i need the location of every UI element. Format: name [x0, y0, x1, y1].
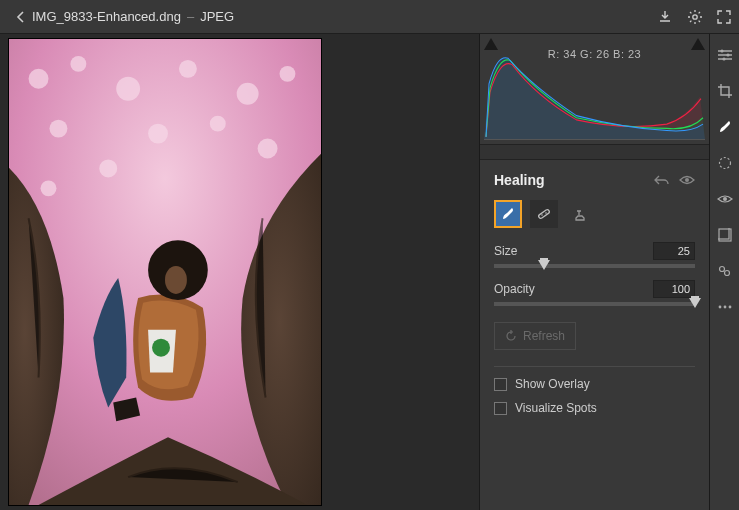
svg-rect-18 [538, 209, 550, 219]
opacity-label: Opacity [494, 282, 535, 296]
size-slider: Size 25 [494, 242, 695, 268]
svg-point-25 [723, 197, 727, 201]
size-label: Size [494, 244, 517, 258]
svg-point-32 [728, 306, 731, 309]
crop-icon[interactable] [714, 80, 736, 102]
show-overlay-checkbox[interactable] [494, 378, 507, 391]
svg-point-14 [152, 339, 170, 357]
svg-point-21 [720, 49, 723, 52]
svg-point-16 [165, 266, 187, 294]
size-track[interactable] [494, 264, 695, 268]
presets-icon[interactable] [714, 224, 736, 246]
svg-point-30 [718, 306, 721, 309]
healing-brush-button[interactable] [494, 200, 522, 228]
refresh-button[interactable]: Refresh [494, 322, 576, 350]
svg-point-3 [70, 56, 86, 72]
show-overlay-label: Show Overlay [515, 377, 590, 391]
title-separator: – [187, 9, 194, 24]
filename: IMG_9833-Enhanced.dng [32, 9, 181, 24]
visualize-spots-checkbox[interactable] [494, 402, 507, 415]
svg-point-7 [280, 66, 296, 82]
snapshots-icon[interactable] [714, 260, 736, 282]
svg-point-4 [116, 77, 140, 101]
histogram[interactable]: R: 34 G: 26 B: 23 [480, 34, 709, 144]
undo-icon[interactable] [654, 174, 669, 186]
clone-stamp-button[interactable] [566, 200, 594, 228]
fullscreen-icon[interactable] [717, 10, 731, 24]
radial-mask-icon[interactable] [714, 152, 736, 174]
opacity-slider: Opacity 100 [494, 280, 695, 306]
back-icon[interactable] [10, 11, 32, 23]
size-value[interactable]: 25 [653, 242, 695, 260]
svg-point-8 [49, 120, 67, 138]
divider [494, 366, 695, 367]
svg-point-24 [719, 158, 730, 169]
svg-point-9 [148, 124, 168, 144]
visibility-icon[interactable] [679, 174, 695, 186]
svg-point-31 [723, 306, 726, 309]
opacity-thumb[interactable] [689, 298, 701, 308]
refresh-label: Refresh [523, 329, 565, 343]
svg-point-17 [685, 178, 689, 182]
svg-point-2 [29, 69, 49, 89]
svg-point-10 [210, 116, 226, 132]
more-icon[interactable] [714, 296, 736, 318]
svg-point-11 [258, 139, 278, 159]
visualize-spots-row[interactable]: Visualize Spots [494, 401, 695, 415]
size-thumb[interactable] [538, 260, 550, 270]
side-panel: R: 34 G: 26 B: 23 Healing [479, 34, 709, 510]
gear-icon[interactable] [687, 9, 703, 25]
svg-point-5 [179, 60, 197, 78]
opacity-value[interactable]: 100 [653, 280, 695, 298]
svg-point-29 [724, 271, 729, 276]
healing-tool-row [494, 200, 695, 228]
svg-point-20 [545, 212, 547, 214]
svg-rect-27 [718, 228, 729, 239]
visualize-spots-label: Visualize Spots [515, 401, 597, 415]
svg-point-6 [237, 83, 259, 105]
opacity-track[interactable] [494, 302, 695, 306]
document-title: IMG_9833-Enhanced.dng – JPEG [32, 9, 657, 24]
file-format: JPEG [200, 9, 234, 24]
image-canvas[interactable] [0, 34, 479, 510]
svg-point-22 [726, 53, 729, 56]
top-bar: IMG_9833-Enhanced.dng – JPEG [0, 0, 739, 34]
svg-point-19 [541, 214, 543, 216]
healing-icon[interactable] [714, 116, 736, 138]
svg-point-28 [719, 267, 724, 272]
svg-point-13 [41, 180, 57, 196]
photo-preview [8, 38, 322, 506]
adjust-sliders-icon[interactable] [714, 44, 736, 66]
svg-point-12 [99, 159, 117, 177]
bandage-brush-button[interactable] [530, 200, 558, 228]
svg-point-23 [722, 57, 725, 60]
download-icon[interactable] [657, 9, 673, 25]
panel-title: Healing [494, 172, 545, 188]
redeye-icon[interactable] [714, 188, 736, 210]
right-toolbar [709, 34, 739, 510]
show-overlay-row[interactable]: Show Overlay [494, 377, 695, 391]
svg-point-0 [693, 14, 697, 18]
